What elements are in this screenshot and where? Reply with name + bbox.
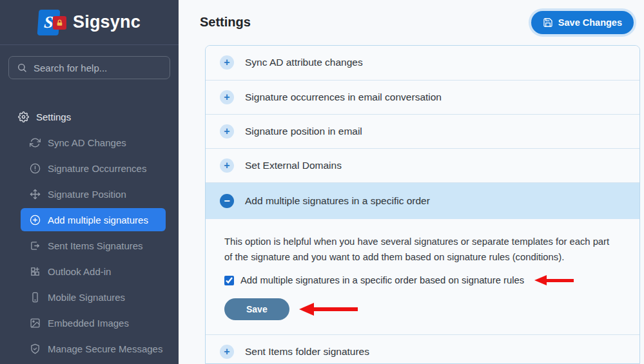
sidebar-item-label: Manage Secure Messages [48, 343, 162, 354]
page-title: Settings [200, 15, 251, 30]
accordion-row-sent-items-folder-signatures[interactable]: + Sent Items folder signatures [206, 334, 639, 364]
main-content: Settings Save Changes + Sync AD attribut… [179, 0, 644, 364]
add-multiple-signatures-panel: This option is helpful when you have sev… [206, 219, 639, 334]
main-header: Settings Save Changes [179, 0, 644, 45]
multiple-signatures-checkbox-row: Add multiple signatures in a specific or… [224, 275, 620, 285]
smartphone-icon [30, 292, 41, 303]
expand-plus-icon[interactable]: + [220, 158, 234, 173]
gear-icon [18, 111, 29, 122]
sync-icon [30, 137, 41, 148]
multiple-signatures-checkbox[interactable] [224, 276, 234, 285]
collapse-minus-icon[interactable]: − [220, 194, 234, 208]
accordion-title: Add multiple signatures in a specific or… [245, 195, 430, 207]
panel-save-button[interactable]: Save [224, 298, 289, 320]
sidebar-item-manage-secure-messages[interactable]: Manage Secure Messages [0, 336, 179, 361]
panel-description: This option is helpful when you have sev… [224, 235, 614, 265]
save-icon [543, 17, 553, 28]
logo-text: Sigsync [73, 12, 141, 32]
grid-plus-icon [30, 266, 41, 277]
accordion-title: Signature position in email [245, 126, 362, 137]
sigsync-logo-icon: S [38, 9, 66, 36]
expand-plus-icon[interactable]: + [220, 345, 234, 359]
sidebar-item-label: Sync AD Changes [48, 137, 126, 148]
sidebar-item-label: Outlook Add-in [48, 266, 111, 277]
image-icon [30, 318, 41, 329]
accordion-row-signature-occurrences[interactable]: + Signature occurrences in email convers… [206, 80, 639, 114]
sidebar-item-signature-occurrences[interactable]: Signature Occurrences [0, 155, 179, 181]
sidebar-item-sent-items-signatures[interactable]: Sent Items Signatures [0, 233, 179, 258]
accordion-title: Signature occurrences in email conversat… [245, 91, 442, 103]
sidebar-nav: Settings Sync AD Changes Signature Occur… [0, 104, 179, 361]
accordion-title: Sync AD attribute changes [245, 57, 363, 68]
sidebar-item-label: Embedded Images [48, 318, 129, 329]
sidebar-item-sync-ad-changes[interactable]: Sync AD Changes [0, 129, 179, 155]
save-changes-button[interactable]: Save Changes [531, 11, 634, 34]
sidebar-item-add-multiple-signatures[interactable]: Add multiple signatures [21, 208, 166, 231]
sidebar-item-outlook-add-in[interactable]: Outlook Add-in [0, 258, 179, 284]
sidebar-item-signature-position[interactable]: Signature Position [0, 181, 179, 207]
save-changes-label: Save Changes [558, 17, 622, 28]
plus-circle-icon [30, 215, 41, 225]
checkbox-label[interactable]: Add multiple signatures in a specific or… [240, 275, 524, 285]
sidebar-item-settings[interactable]: Settings [0, 104, 179, 129]
sidebar-item-label: Sent Items Signatures [48, 240, 143, 251]
sidebar-item-mobile-signatures[interactable]: Mobile Signatures [0, 284, 179, 310]
sidebar-item-label: Mobile Signatures [48, 292, 125, 303]
panel-save-row: Save [224, 298, 620, 320]
accordion-row-signature-position[interactable]: + Signature position in email [206, 114, 639, 148]
accordion-title: Sent Items folder signatures [245, 346, 369, 358]
accordion-row-sync-ad-attribute-changes[interactable]: + Sync AD attribute changes [206, 46, 639, 80]
settings-accordion: + Sync AD attribute changes + Signature … [205, 45, 640, 364]
annotation-arrow-save-icon [299, 303, 358, 316]
search-input[interactable] [34, 62, 162, 73]
logo: S Sigsync [0, 0, 179, 45]
expand-plus-icon[interactable]: + [220, 90, 234, 104]
accordion-row-set-external-domains[interactable]: + Set External Domains [206, 148, 639, 182]
move-icon [30, 189, 41, 200]
search-icon [17, 62, 27, 73]
accordion-title: Set External Domains [245, 160, 342, 171]
expand-plus-icon[interactable]: + [220, 55, 234, 70]
sidebar-item-label: Signature Position [48, 189, 126, 200]
alert-circle-icon [30, 163, 41, 174]
expand-plus-icon[interactable]: + [220, 124, 234, 139]
sidebar: S Sigsync Settings [0, 0, 179, 364]
sidebar-item-label: Settings [36, 111, 71, 122]
sidebar-item-embedded-images[interactable]: Embedded Images [0, 310, 179, 336]
sidebar-item-label: Add multiple signatures [48, 215, 148, 225]
annotation-arrow-checkbox-icon [534, 275, 574, 285]
help-search[interactable] [8, 56, 170, 79]
accordion-row-add-multiple-signatures[interactable]: − Add multiple signatures in a specific … [206, 182, 639, 219]
sidebar-item-label: Signature Occurrences [48, 163, 146, 174]
lock-icon [53, 16, 66, 30]
file-export-icon [30, 240, 41, 251]
shield-check-icon [30, 343, 41, 354]
